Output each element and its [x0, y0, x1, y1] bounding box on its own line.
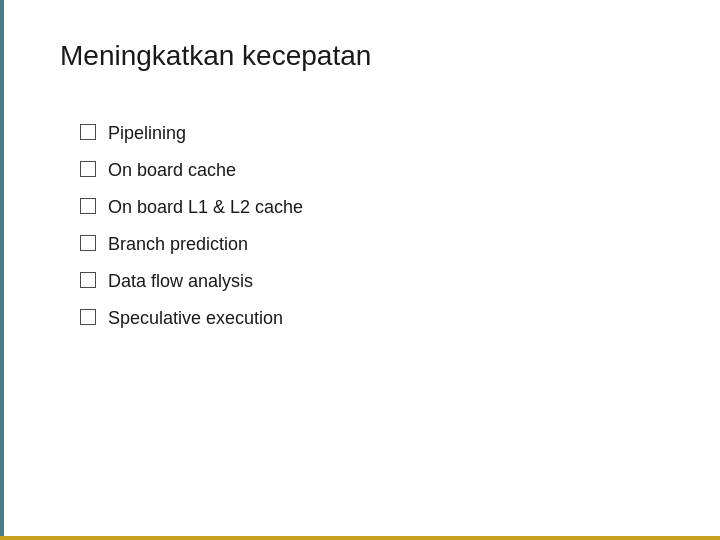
slide-title: Meningkatkan kecepatan: [60, 40, 660, 80]
bullet-marker-icon: [80, 198, 96, 214]
bullet-marker-icon: [80, 124, 96, 140]
bullet-text: On board L1 & L2 cache: [108, 194, 303, 221]
bullet-text: Branch prediction: [108, 231, 248, 258]
bullet-marker-icon: [80, 235, 96, 251]
list-item: Speculative execution: [80, 305, 660, 332]
bullet-marker-icon: [80, 309, 96, 325]
left-accent-bar: [0, 0, 4, 540]
bullet-text: On board cache: [108, 157, 236, 184]
bullet-text: Data flow analysis: [108, 268, 253, 295]
bullet-text: Speculative execution: [108, 305, 283, 332]
list-item: Branch prediction: [80, 231, 660, 258]
list-item: On board L1 & L2 cache: [80, 194, 660, 221]
bullet-marker-icon: [80, 161, 96, 177]
bullet-list: PipeliningOn board cacheOn board L1 & L2…: [80, 120, 660, 332]
bullet-marker-icon: [80, 272, 96, 288]
bullet-text: Pipelining: [108, 120, 186, 147]
list-item: On board cache: [80, 157, 660, 184]
bottom-accent-bar: [0, 536, 720, 540]
list-item: Pipelining: [80, 120, 660, 147]
content-area: PipeliningOn board cacheOn board L1 & L2…: [60, 120, 660, 332]
slide: Meningkatkan kecepatan PipeliningOn boar…: [0, 0, 720, 540]
list-item: Data flow analysis: [80, 268, 660, 295]
